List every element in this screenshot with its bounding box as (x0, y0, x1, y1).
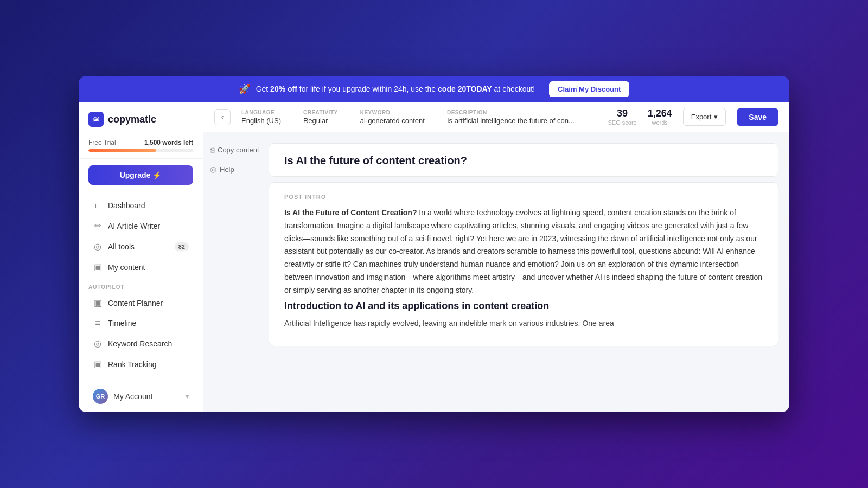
sidebar-item-label: All tools (108, 242, 135, 251)
help-icon: ◎ (210, 165, 216, 174)
words-left: 1,500 words left (144, 139, 193, 146)
words-progress-fill (88, 149, 156, 152)
trial-label: Free Trial (88, 139, 116, 146)
help-label: Help (220, 165, 234, 174)
doc-title-card: Is AI the future of content creation? (269, 143, 778, 177)
banner-text: Get 20% off for life if you upgrade with… (256, 85, 535, 93)
sidebar-item-my-account[interactable]: GR My Account ▾ (83, 383, 199, 409)
content-planner-icon: ▣ (93, 298, 103, 308)
doc-title-bar: Is AI the future of content creation? (269, 144, 778, 176)
sidebar-item-label: Rank Tracking (108, 360, 156, 369)
copy-content-label: Copy content (218, 146, 259, 154)
divider (292, 109, 292, 125)
sidebar-item-label: Keyword Research (108, 339, 172, 348)
seo-score-number: 39 (608, 108, 636, 119)
sidebar-item-keyword-research[interactable]: ◎ Keyword Research (83, 333, 199, 354)
app-name: copymatic (108, 114, 156, 125)
sidebar-item-rank-tracking[interactable]: ▣ Rank Tracking (83, 354, 199, 374)
nav-section: ⊏ Dashboard ✏ AI Article Writer ◎ All to… (79, 190, 203, 378)
trial-section: Free Trial 1,500 words left (79, 134, 203, 159)
rank-tracking-icon: ▣ (93, 359, 103, 369)
seo-score-group: 39 SEO score (608, 108, 636, 126)
sidebar-item-content-planner[interactable]: ▣ Content Planner (83, 293, 199, 313)
sidebar-item-label: Dashboard (108, 201, 145, 210)
words-group: 1,264 words (648, 108, 672, 126)
export-button[interactable]: Export ▾ (683, 108, 726, 126)
keyword-research-icon: ◎ (93, 338, 103, 349)
toolbar: ‹ LANGUAGE English (US) CREATIVITY Regul… (203, 102, 789, 132)
divider (436, 109, 436, 125)
rocket-icon: 🚀 (239, 83, 251, 95)
autopilot-section-label: AUTOPILOT (79, 278, 203, 292)
my-content-icon: ▣ (93, 262, 103, 272)
description-value: Is artificial intelligence the future of… (447, 117, 575, 125)
toolbar-right: 39 SEO score 1,264 words Export ▾ Save (608, 108, 778, 126)
keyword-value: ai-generated content (360, 117, 425, 125)
sidebar-bottom: GR My Account ▾ (79, 378, 203, 412)
sidebar-item-label: AI Article Writer (108, 222, 160, 230)
copy-content-button[interactable]: ⎘ Copy content (210, 143, 262, 156)
keyword-field: KEYWORD ai-generated content (360, 110, 425, 125)
language-field: LANGUAGE English (US) (241, 110, 281, 125)
sidebar-item-my-content[interactable]: ▣ My content (83, 257, 199, 277)
timeline-icon: ≡ (93, 318, 103, 328)
chevron-down-icon: ▾ (186, 393, 189, 400)
sidebar-item-label: Timeline (108, 319, 136, 328)
doc-title: Is AI the future of content creation? (284, 155, 763, 167)
words-progress-bar (88, 149, 193, 152)
all-tools-badge: 82 (175, 242, 189, 251)
chevron-down-icon: ▾ (714, 113, 718, 121)
words-count: 1,264 (648, 108, 672, 119)
app-logo: ≋ copymatic (79, 102, 203, 134)
post-intro-label: POST INTRO (284, 194, 763, 200)
intro-paragraph: Is AI the Future of Content Creation? In… (284, 207, 763, 297)
ai-article-writer-icon: ✏ (93, 221, 103, 231)
divider (349, 109, 349, 125)
sidebar-item-label: My content (108, 263, 145, 272)
document-area: Is AI the future of content creation? PO… (269, 132, 789, 412)
description-field: DESCRIPTION Is artificial intelligence t… (447, 110, 575, 125)
logo-icon: ≋ (88, 112, 104, 127)
back-button[interactable]: ‹ (214, 109, 231, 125)
promo-banner: 🚀 Get 20% off for life if you upgrade wi… (79, 76, 789, 102)
sidebar-item-all-tools[interactable]: ◎ All tools 82 (83, 236, 199, 256)
save-button[interactable]: Save (737, 108, 778, 126)
account-label: My Account (113, 392, 152, 401)
words-label: words (648, 119, 672, 126)
language-label: LANGUAGE (241, 110, 281, 115)
main-window: 🚀 Get 20% off for life if you upgrade wi… (79, 76, 789, 412)
sidebar: ≋ copymatic Free Trial 1,500 words left … (79, 102, 203, 412)
creativity-field: CREATIVITY Regular (303, 110, 338, 125)
creativity-label: CREATIVITY (303, 110, 338, 115)
side-actions: ⎘ Copy content ◎ Help (203, 132, 269, 412)
sidebar-item-dashboard[interactable]: ⊏ Dashboard (83, 195, 199, 215)
doc-content-card: POST INTRO Is AI the Future of Content C… (269, 182, 778, 346)
creativity-value: Regular (303, 117, 338, 125)
sidebar-item-timeline[interactable]: ≡ Timeline (83, 313, 199, 333)
dashboard-icon: ⊏ (93, 200, 103, 210)
export-label: Export (691, 113, 712, 121)
language-value: English (US) (241, 117, 281, 125)
right-panel: ‹ LANGUAGE English (US) CREATIVITY Regul… (203, 102, 789, 412)
doc-body: POST INTRO Is AI the Future of Content C… (269, 183, 778, 346)
sidebar-item-label: Content Planner (108, 299, 163, 307)
body-area: ≋ copymatic Free Trial 1,500 words left … (79, 102, 789, 412)
keyword-label: KEYWORD (360, 110, 425, 115)
upgrade-button[interactable]: Upgrade ⚡ (88, 165, 193, 185)
avatar: GR (93, 389, 108, 404)
seo-score-label: SEO score (608, 119, 636, 126)
claim-discount-button[interactable]: Claim My Discount (549, 81, 629, 97)
copy-icon: ⎘ (210, 145, 214, 154)
section-heading: Introduction to AI and its applications … (284, 300, 763, 312)
sidebar-item-ai-article-writer[interactable]: ✏ AI Article Writer (83, 216, 199, 236)
content-area: ⎘ Copy content ◎ Help Is AI the future o… (203, 132, 789, 412)
description-label: DESCRIPTION (447, 110, 575, 115)
help-button[interactable]: ◎ Help (210, 163, 262, 176)
all-tools-icon: ◎ (93, 241, 103, 252)
section-paragraph: Artificial Intelligence has rapidly evol… (284, 317, 763, 330)
